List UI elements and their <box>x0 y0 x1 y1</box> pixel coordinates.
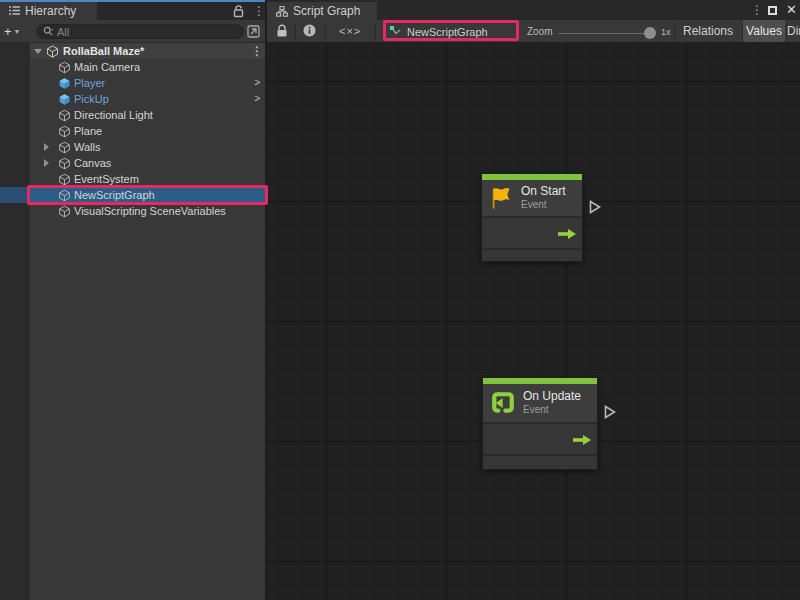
gameobject-cube-icon <box>58 141 71 154</box>
dropdown-caret-icon: ▼ <box>14 28 21 35</box>
item-label: NewScriptGraph <box>74 189 155 201</box>
pick-window-icon[interactable] <box>246 24 261 39</box>
window-menu-icon[interactable]: ⋮ <box>751 5 759 15</box>
script-graph-panel: Script Graph ⋮ ✕ <×> NewScriptGraph Zoom <box>265 0 800 600</box>
graph-tab-label: Script Graph <box>293 4 360 18</box>
node-on-update[interactable]: On Update Event <box>482 377 598 470</box>
node-subtitle: Event <box>521 199 566 211</box>
scene-name: RollaBall Maze* <box>63 45 144 57</box>
unity-scene-icon <box>46 45 59 58</box>
gameobject-cube-icon <box>58 189 71 202</box>
hierarchy-item-newscriptgraph[interactable]: NewScriptGraph <box>0 187 265 203</box>
panel-focus-indicator <box>0 0 265 2</box>
graph-canvas[interactable]: On Start Event On Update Event <box>267 43 800 600</box>
item-label: Player <box>74 77 105 89</box>
prefab-chevron-icon[interactable]: > <box>254 93 260 104</box>
add-gameobject-button[interactable]: +▼ <box>4 23 30 39</box>
node-footer <box>482 250 582 261</box>
gameobject-cube-icon <box>58 125 71 138</box>
gameobject-cube-icon <box>58 205 71 218</box>
hierarchy-panel: Hierarchy ⋮ +▼ All RollaBall Maze* <box>0 0 265 600</box>
search-placeholder: All <box>57 26 69 38</box>
hierarchy-item-main-camera[interactable]: Main Camera <box>0 59 265 75</box>
item-label: Directional Light <box>74 109 153 121</box>
flow-output-arrow-icon[interactable] <box>573 435 591 445</box>
prefab-cube-icon <box>58 93 71 106</box>
collapse-caret-icon[interactable] <box>34 49 42 54</box>
scene-menu-icon[interactable]: ⋮ <box>251 46 259 56</box>
zoom-value: 1x <box>661 27 671 37</box>
item-label: Canvas <box>74 157 111 169</box>
item-label: EventSystem <box>74 173 139 185</box>
info-icon[interactable] <box>303 24 316 37</box>
graph-tabstrip: Script Graph ⋮ ✕ <box>265 0 800 20</box>
hierarchy-rows: Main CameraPlayer>PickUp>Directional Lig… <box>0 59 265 219</box>
item-label: Walls <box>74 141 100 153</box>
node-title: On Start <box>521 185 566 199</box>
graph-ref-label: NewScriptGraph <box>407 26 488 38</box>
hierarchy-tab-label: Hierarchy <box>25 4 76 18</box>
gameobject-cube-icon <box>58 173 71 186</box>
on-update-output-port[interactable] <box>604 405 616 419</box>
graph-reference-button[interactable]: NewScriptGraph <box>389 23 488 40</box>
hierarchy-item-visualscripting-scenevariables[interactable]: VisualScripting SceneVariables <box>0 203 265 219</box>
loop-icon <box>489 389 517 417</box>
gameobject-cube-icon <box>58 157 71 170</box>
unlock-icon[interactable] <box>233 5 245 18</box>
hierarchy-toolbar: +▼ All <box>0 20 265 43</box>
hierarchy-item-pickup[interactable]: PickUp> <box>0 91 265 107</box>
node-on-start[interactable]: On Start Event <box>481 173 583 262</box>
zoom-label: Zoom <box>527 26 553 37</box>
hierarchy-item-eventsystem[interactable]: EventSystem <box>0 171 265 187</box>
variables-toggle[interactable]: <×> <box>339 25 361 37</box>
tab-script-graph[interactable]: Script Graph <box>267 2 377 20</box>
tab-hierarchy[interactable]: Hierarchy <box>0 2 97 20</box>
hierarchy-search-input[interactable]: All <box>36 24 244 39</box>
flow-output-arrow-icon[interactable] <box>558 229 576 239</box>
on-start-output-port[interactable] <box>589 200 601 214</box>
hierarchy-list-icon <box>9 6 20 16</box>
plus-icon: + <box>4 24 12 39</box>
scene-header[interactable]: RollaBall Maze* ⋮ <box>30 43 265 59</box>
hierarchy-menu-icon[interactable]: ⋮ <box>253 6 261 16</box>
gameobject-cube-icon <box>58 61 71 74</box>
item-label: Main Camera <box>74 61 140 73</box>
values-button[interactable]: Values <box>743 20 785 42</box>
zoom-slider-handle[interactable] <box>644 27 656 39</box>
toolbar-separator <box>325 22 326 41</box>
expander-icon[interactable] <box>44 143 49 151</box>
hierarchy-tree: RollaBall Maze* ⋮ Main CameraPlayer>Pick… <box>0 43 265 600</box>
dim-button[interactable]: Dim <box>787 20 800 42</box>
item-label: Plane <box>74 125 102 137</box>
graph-toolbar: <×> NewScriptGraph Zoom 1x Relations Val… <box>267 20 800 43</box>
gameobject-cube-icon <box>58 109 71 122</box>
zoom-slider-track[interactable] <box>558 33 655 34</box>
prefab-chevron-icon[interactable]: > <box>254 77 260 88</box>
toolbar-separator <box>375 22 376 41</box>
graph-tab-icon <box>276 6 288 17</box>
flag-icon <box>488 185 515 212</box>
hierarchy-item-directional-light[interactable]: Directional Light <box>0 107 265 123</box>
hierarchy-item-player[interactable]: Player> <box>0 75 265 91</box>
close-icon[interactable]: ✕ <box>786 4 797 16</box>
search-icon <box>43 26 54 37</box>
item-label: VisualScripting SceneVariables <box>74 205 226 217</box>
node-title: On Update <box>523 390 581 404</box>
node-footer <box>483 456 597 469</box>
maximize-icon[interactable] <box>768 6 777 15</box>
unity-editor-window: Hierarchy ⋮ +▼ All RollaBall Maze* <box>0 0 800 600</box>
relations-button[interactable]: Relations <box>675 20 741 42</box>
hierarchy-item-canvas[interactable]: Canvas <box>0 155 265 171</box>
prefab-cube-icon <box>58 77 71 90</box>
toolbar-separator <box>295 22 296 41</box>
script-graph-ref-icon <box>389 25 402 38</box>
hierarchy-item-plane[interactable]: Plane <box>0 123 265 139</box>
hierarchy-item-walls[interactable]: Walls <box>0 139 265 155</box>
node-subtitle: Event <box>523 404 581 416</box>
panel-divider[interactable] <box>265 0 267 600</box>
item-label: PickUp <box>74 93 109 105</box>
hierarchy-tabstrip: Hierarchy ⋮ <box>0 0 265 20</box>
expander-icon[interactable] <box>44 159 49 167</box>
lock-icon[interactable] <box>276 24 288 38</box>
